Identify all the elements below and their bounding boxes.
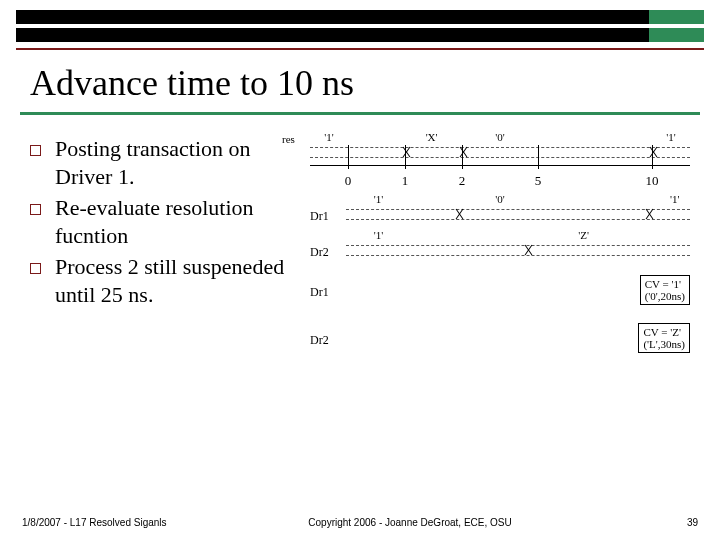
title-underline xyxy=(20,112,700,115)
res-timeline: res 0 1 2 5 10 '1' 'X' '0' '1' xyxy=(310,143,690,185)
tick-label: 10 xyxy=(646,173,659,189)
cv-box: CV = '1' ('0',20ns) xyxy=(640,275,690,305)
cv-top: CV = '1' xyxy=(645,278,685,290)
slide-footer: 1/8/2007 - L17 Resolved Siganls Copyrigh… xyxy=(0,517,720,528)
dr2-cv-row: Dr2 CV = 'Z' ('L',30ns) xyxy=(310,323,690,359)
tick-label: 2 xyxy=(459,173,466,189)
cv-bot: ('0',20ns) xyxy=(645,290,685,302)
tick-label: 1 xyxy=(402,173,409,189)
tick-label: 5 xyxy=(535,173,542,189)
page-number: 39 xyxy=(648,517,698,528)
drv-value: 'Z' xyxy=(578,229,589,241)
dr1-cv-row: Dr1 CV = '1' ('0',20ns) xyxy=(310,275,690,311)
bullet-text: Posting transaction on Driver 1. xyxy=(55,135,290,190)
decor-bars xyxy=(16,10,704,42)
row-label: Dr2 xyxy=(310,333,329,348)
footer-left: 1/8/2007 - L17 Resolved Siganls xyxy=(22,517,172,528)
res-value: 'X' xyxy=(424,131,440,143)
tick-label: 0 xyxy=(345,173,352,189)
res-value: '0' xyxy=(493,131,506,143)
bullet-icon xyxy=(30,263,41,274)
driver-2-row: Dr2 '1' 'Z' xyxy=(310,239,690,269)
drv-value: '1' xyxy=(374,229,383,241)
bullet-icon xyxy=(30,145,41,156)
bullet-icon xyxy=(30,204,41,215)
footer-center: Copyright 2006 - Joanne DeGroat, ECE, OS… xyxy=(172,517,648,528)
cv-box: CV = 'Z' ('L',30ns) xyxy=(638,323,690,353)
drv-value: '1' xyxy=(670,193,679,205)
cv-bot: ('L',30ns) xyxy=(643,338,685,350)
bullet-text: Process 2 still suspeneded until 25 ns. xyxy=(55,253,290,308)
title-rule xyxy=(16,48,704,50)
bullet-list: Posting transaction on Driver 1. Re-eval… xyxy=(30,135,290,371)
timing-diagram: res 0 1 2 5 10 '1' 'X' '0' '1' Dr1 '1' xyxy=(310,135,690,371)
res-value: '1' xyxy=(664,131,677,143)
bullet-text: Re-evaluate resolution fucntion xyxy=(55,194,290,249)
driver-1-row: Dr1 '1' '0' '1' xyxy=(310,203,690,233)
cv-top: CV = 'Z' xyxy=(643,326,685,338)
row-label: res xyxy=(282,133,295,145)
res-value: '1' xyxy=(322,131,335,143)
row-label: Dr2 xyxy=(310,245,329,260)
slide-title: Advance time to 10 ns xyxy=(30,62,720,104)
drv-value: '0' xyxy=(495,193,504,205)
row-label: Dr1 xyxy=(310,285,329,300)
drv-value: '1' xyxy=(374,193,383,205)
row-label: Dr1 xyxy=(310,209,329,224)
